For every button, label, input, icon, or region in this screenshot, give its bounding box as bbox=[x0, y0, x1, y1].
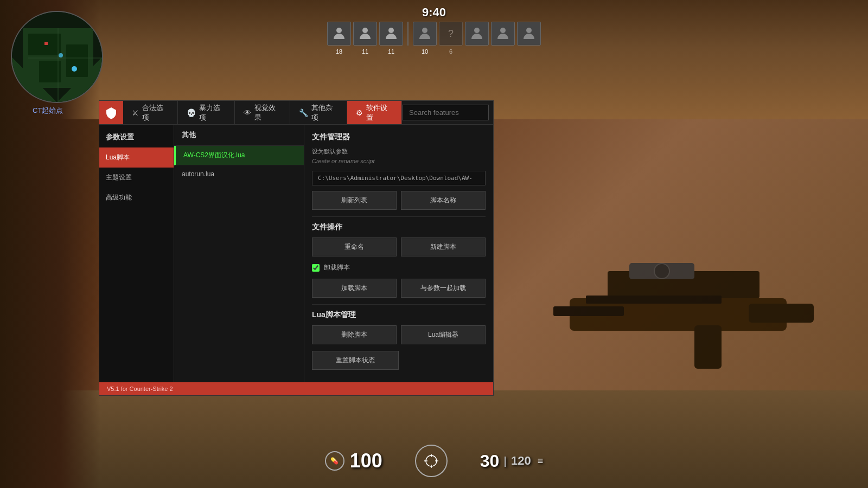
t-player-5 bbox=[517, 22, 541, 46]
unload-checkbox[interactable] bbox=[312, 264, 320, 272]
svg-point-12 bbox=[422, 28, 427, 33]
file-manager-title: 文件管理器 bbox=[312, 132, 486, 142]
ammo-separator: | bbox=[503, 455, 507, 467]
t-player-2-dead: ? 6 bbox=[439, 22, 463, 46]
tab-rage[interactable]: 💀 暴力选项 bbox=[178, 101, 235, 124]
ammo-area: 30 | 120 ≡ bbox=[480, 451, 543, 471]
svg-point-11 bbox=[388, 28, 394, 33]
hud-top: 9:40 18 11 11 10 ? 6 bbox=[327, 5, 541, 46]
t-player-2-score: 6 bbox=[449, 48, 452, 55]
tab-settings-icon: ⚙ bbox=[356, 108, 363, 117]
divider-1 bbox=[312, 216, 486, 217]
ammo-icon: ≡ bbox=[538, 455, 544, 467]
load-with-params-button[interactable]: 与参数一起加载 bbox=[401, 279, 486, 298]
health-icon: 💊 bbox=[325, 451, 344, 471]
t-player-4 bbox=[491, 22, 515, 46]
ct-player-1-score: 18 bbox=[336, 48, 342, 55]
panel-logo bbox=[99, 101, 123, 124]
script-name-button[interactable]: 脚本名称 bbox=[401, 191, 486, 210]
ammo-reserve: 120 bbox=[511, 454, 531, 468]
sidebar-item-theme[interactable]: 主题设置 bbox=[99, 168, 174, 188]
team-divider bbox=[407, 22, 409, 46]
tab-legit[interactable]: ⚔ 合法选项 bbox=[123, 101, 178, 124]
minimap bbox=[11, 11, 103, 103]
reset-state-button[interactable]: 重置脚本状态 bbox=[312, 351, 399, 370]
sidebar-title: 参数设置 bbox=[99, 129, 174, 147]
tab-visuals-icon: 👁 bbox=[244, 108, 251, 117]
unload-checkbox-label: 卸载脚本 bbox=[324, 263, 350, 272]
svg-point-9 bbox=[336, 28, 342, 33]
sidebar-item-lua[interactable]: Lua脚本 bbox=[99, 147, 174, 168]
svg-point-15 bbox=[526, 28, 532, 33]
unload-checkbox-row: 卸载脚本 bbox=[312, 263, 486, 272]
t-player-1-score: 10 bbox=[422, 48, 428, 55]
ct-player-3: 11 bbox=[379, 22, 403, 46]
svg-rect-8 bbox=[44, 42, 48, 45]
new-script-button[interactable]: 新建脚本 bbox=[401, 237, 486, 256]
svg-point-14 bbox=[500, 28, 506, 33]
rename-button[interactable]: 重命名 bbox=[312, 237, 397, 256]
ct-player-2-score: 11 bbox=[362, 48, 368, 55]
tab-legit-label: 合法选项 bbox=[142, 103, 169, 123]
scripts-section: 其他 AW-CS2界面汉化.lua autorun.lua bbox=[174, 125, 304, 382]
game-timer: 9:40 bbox=[422, 5, 446, 20]
divider-2 bbox=[312, 304, 486, 305]
right-section: 文件管理器 设为默认参数 Create or rename script 刷新列… bbox=[304, 125, 493, 382]
lua-manage-buttons: 删除脚本 Lua编辑器 bbox=[312, 325, 486, 344]
panel-footer: V5.1 for Counter-Strike 2 bbox=[99, 382, 493, 395]
sidebar: 参数设置 Lua脚本 主题设置 高级功能 bbox=[99, 125, 174, 382]
file-ops-buttons-2: 加载脚本 与参数一起加载 bbox=[312, 279, 486, 298]
ct-player-3-score: 11 bbox=[388, 48, 394, 55]
tab-visuals-label: 视觉效果 bbox=[254, 103, 281, 123]
tab-settings[interactable]: ⚙ 软件设置 bbox=[347, 101, 402, 124]
panel-header: ⚔ 合法选项 💀 暴力选项 👁 视觉效果 🔧 其他杂项 ⚙ 软件设置 bbox=[99, 101, 493, 125]
player-icons-row: 18 11 11 10 ? 6 bbox=[327, 22, 541, 46]
ct-player-2: 11 bbox=[353, 22, 377, 46]
scripts-title: 其他 bbox=[174, 125, 304, 146]
tab-rage-label: 暴力选项 bbox=[199, 103, 226, 123]
svg-rect-3 bbox=[39, 61, 61, 82]
search-input[interactable] bbox=[402, 105, 489, 120]
refresh-list-button[interactable]: 刷新列表 bbox=[312, 191, 397, 210]
file-path-input[interactable] bbox=[312, 171, 486, 185]
sidebar-item-advanced[interactable]: 高级功能 bbox=[99, 188, 174, 208]
tab-visuals[interactable]: 👁 视觉效果 bbox=[235, 101, 290, 124]
ct-player-1: 18 bbox=[327, 22, 351, 46]
panel-body: 参数设置 Lua脚本 主题设置 高级功能 其他 AW-CS2界面汉化.lua a… bbox=[99, 125, 493, 382]
lua-manage-title: Lua脚本管理 bbox=[312, 310, 486, 320]
svg-point-6 bbox=[72, 66, 77, 72]
t-player-1: 10 bbox=[413, 22, 437, 46]
ct-label: CT起始点 bbox=[33, 106, 63, 115]
svg-point-13 bbox=[474, 28, 480, 33]
tab-misc[interactable]: 🔧 其他杂项 bbox=[290, 101, 347, 124]
delete-script-button[interactable]: 删除脚本 bbox=[312, 325, 397, 344]
tab-rage-icon: 💀 bbox=[187, 108, 196, 117]
health-value: 100 bbox=[350, 450, 382, 472]
ammo-current: 30 bbox=[480, 451, 500, 471]
file-manager-buttons: 刷新列表 脚本名称 bbox=[312, 191, 486, 210]
crosshair-icon bbox=[415, 445, 448, 477]
t-player-3 bbox=[465, 22, 489, 46]
reset-button-row: 重置脚本状态 bbox=[312, 351, 486, 370]
health-area: 💊 100 bbox=[325, 450, 382, 472]
script-item-autorun[interactable]: autorun.lua bbox=[174, 165, 304, 183]
main-panel: ⚔ 合法选项 💀 暴力选项 👁 视觉效果 🔧 其他杂项 ⚙ 软件设置 参数设置 … bbox=[99, 100, 494, 396]
svg-point-7 bbox=[59, 53, 63, 57]
tab-legit-icon: ⚔ bbox=[132, 108, 139, 117]
hud-bottom: 💊 100 30 | 120 ≡ bbox=[0, 445, 868, 477]
file-ops-buttons-1: 重命名 新建脚本 bbox=[312, 237, 486, 256]
load-script-button[interactable]: 加载脚本 bbox=[312, 279, 397, 298]
file-ops-title: 文件操作 bbox=[312, 222, 486, 232]
tab-settings-label: 软件设置 bbox=[366, 103, 393, 123]
svg-rect-2 bbox=[66, 44, 88, 77]
create-rename-label: Create or rename script bbox=[312, 158, 486, 164]
default-param-label: 设为默认参数 bbox=[312, 147, 486, 156]
tab-misc-icon: 🔧 bbox=[299, 108, 308, 117]
script-item-aw[interactable]: AW-CS2界面汉化.lua bbox=[174, 146, 304, 165]
svg-point-10 bbox=[362, 28, 368, 33]
minimap-inner bbox=[12, 12, 102, 102]
tab-misc-label: 其他杂项 bbox=[311, 103, 338, 123]
lua-editor-button[interactable]: Lua编辑器 bbox=[401, 325, 486, 344]
